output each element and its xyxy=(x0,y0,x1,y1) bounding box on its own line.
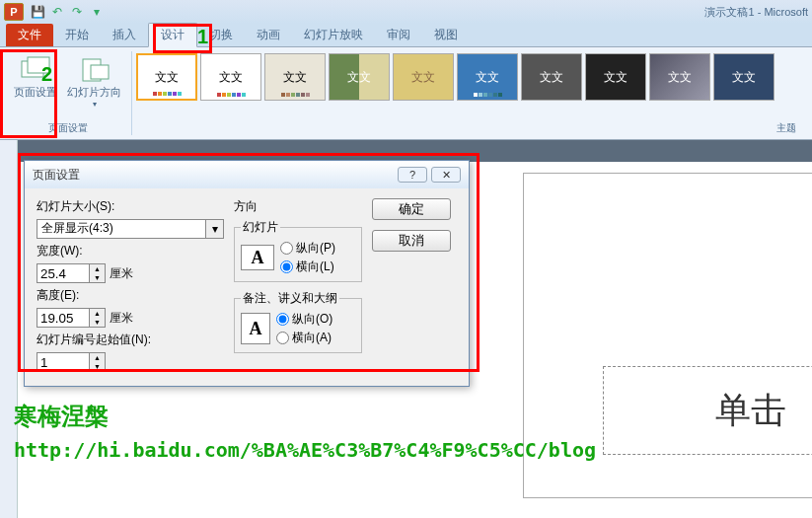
watermark-url: http://hi.baidu.com/%BA%AE%C3%B7%C4%F9%C… xyxy=(14,436,774,464)
dialog-left-column: 幻灯片大小(S): 全屏显示(4:3) ▾ 宽度(W): ▲▼ 厘米 高度(E)… xyxy=(37,198,224,372)
direction-label: 方向 xyxy=(234,198,362,215)
page-setup-dialog: 页面设置 ? ✕ 幻灯片大小(S): 全屏显示(4:3) ▾ 宽度(W): ▲▼… xyxy=(24,160,470,387)
dialog-titlebar: 页面设置 ? ✕ xyxy=(25,161,469,188)
svg-rect-3 xyxy=(91,65,109,79)
slide-size-label: 幻灯片大小(S): xyxy=(37,198,224,215)
orientation-icon xyxy=(79,55,111,83)
slide-editor: 单击 xyxy=(493,163,812,518)
theme-thumb[interactable]: 文文 xyxy=(329,53,390,101)
slides-portrait-radio[interactable]: 纵向(P) xyxy=(280,240,335,257)
portrait-a-icon: A xyxy=(241,313,270,344)
page-setup-icon xyxy=(20,55,51,83)
orientation-slides-group: 幻灯片 A 纵向(P) 横向(L) xyxy=(234,219,362,282)
tab-review[interactable]: 审阅 xyxy=(375,24,422,46)
dialog-mid-column: 方向 幻灯片 A 纵向(P) 横向(L) 备注、讲义和大纲 A 纵向(O) xyxy=(234,198,362,372)
status-strip xyxy=(0,140,812,162)
theme-thumb[interactable]: 文文 xyxy=(264,53,326,101)
width-input[interactable] xyxy=(37,263,90,283)
notes-legend: 备注、讲义和大纲 xyxy=(241,290,339,307)
dialog-title: 页面设置 xyxy=(33,167,80,184)
undo-icon[interactable]: ↶ xyxy=(49,4,65,20)
tab-animations[interactable]: 动画 xyxy=(245,24,292,46)
notes-landscape-radio[interactable]: 横向(A) xyxy=(276,330,332,346)
theme-thumb[interactable]: 文文 xyxy=(649,53,710,101)
ribbon: 页面设置 幻灯片方向 ▾ 页面设置 文文 文文 文文 文文 文文 文文 文文 文… xyxy=(0,47,812,140)
svg-rect-1 xyxy=(28,57,49,73)
document-title: 演示文稿1 - Microsoft xyxy=(704,5,808,20)
landscape-a-icon: A xyxy=(241,245,274,270)
start-number-spinner[interactable]: ▲▼ xyxy=(90,352,106,372)
cancel-button[interactable]: 取消 xyxy=(372,230,451,252)
quick-access-toolbar: 💾 ↶ ↷ ▾ xyxy=(30,4,105,20)
ok-button[interactable]: 确定 xyxy=(372,198,451,220)
help-button[interactable]: ? xyxy=(398,167,427,183)
tab-view[interactable]: 视图 xyxy=(422,24,470,46)
titlebar: P 💾 ↶ ↷ ▾ 演示文稿1 - Microsoft xyxy=(0,0,812,24)
group-label-page-setup: 页面设置 xyxy=(48,121,88,135)
start-number-input[interactable] xyxy=(37,352,90,372)
theme-thumb[interactable]: 文文 xyxy=(457,53,518,101)
slides-landscape-radio[interactable]: 横向(L) xyxy=(280,259,335,275)
width-unit: 厘米 xyxy=(110,265,133,282)
watermark-name: 寒梅涅槃 xyxy=(14,401,109,432)
start-number-label: 幻灯片编号起始值(N): xyxy=(37,332,224,348)
tab-insert[interactable]: 插入 xyxy=(101,24,148,46)
save-icon[interactable]: 💾 xyxy=(30,4,45,20)
slides-legend: 幻灯片 xyxy=(241,219,280,236)
chevron-down-icon[interactable]: ▾ xyxy=(206,219,224,239)
theme-thumb[interactable]: 文文 xyxy=(713,53,775,101)
group-label-themes: 主题 xyxy=(134,121,808,135)
theme-thumb[interactable]: 文文 xyxy=(393,53,454,101)
height-label: 高度(E): xyxy=(37,287,224,304)
tab-file[interactable]: 文件 xyxy=(6,24,53,46)
theme-thumb[interactable]: 文文 xyxy=(136,53,197,101)
width-spinner[interactable]: ▲▼ xyxy=(90,263,106,283)
tab-home[interactable]: 开始 xyxy=(53,24,101,46)
slide-size-combo[interactable]: 全屏显示(4:3) ▾ xyxy=(37,219,224,239)
height-input[interactable] xyxy=(37,308,90,328)
dialog-buttons: 确定 取消 xyxy=(372,198,451,372)
page-setup-button[interactable]: 页面设置 xyxy=(10,53,61,111)
theme-thumb[interactable]: 文文 xyxy=(585,53,646,101)
redo-icon[interactable]: ↷ xyxy=(69,4,85,20)
chevron-down-icon: ▾ xyxy=(93,100,97,109)
orientation-notes-group: 备注、讲义和大纲 A 纵向(O) 横向(A) xyxy=(234,290,362,353)
notes-portrait-radio[interactable]: 纵向(O) xyxy=(276,311,332,328)
tab-transitions[interactable]: 切换 xyxy=(197,24,245,46)
tab-design[interactable]: 设计 xyxy=(148,23,197,47)
close-button[interactable]: ✕ xyxy=(431,167,461,183)
theme-thumb[interactable]: 文文 xyxy=(200,53,261,101)
theme-gallery: 文文 文文 文文 文文 文文 文文 文文 文文 文文 文文 xyxy=(134,51,808,121)
ribbon-tabs: 文件 开始 插入 设计 切换 动画 幻灯片放映 审阅 视图 xyxy=(0,24,812,47)
width-label: 宽度(W): xyxy=(37,243,224,259)
slide-orientation-button[interactable]: 幻灯片方向 ▾ xyxy=(63,53,125,111)
qat-dropdown-icon[interactable]: ▾ xyxy=(89,4,105,20)
theme-thumb[interactable]: 文文 xyxy=(521,53,582,101)
app-icon[interactable]: P xyxy=(4,3,24,21)
tab-slideshow[interactable]: 幻灯片放映 xyxy=(292,24,375,46)
height-spinner[interactable]: ▲▼ xyxy=(90,308,106,328)
ribbon-group-page-setup: 页面设置 幻灯片方向 ▾ 页面设置 xyxy=(4,51,132,135)
height-unit: 厘米 xyxy=(110,310,133,327)
